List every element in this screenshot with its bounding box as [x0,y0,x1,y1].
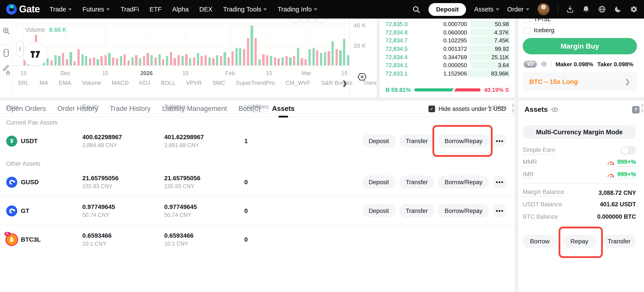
repay-button[interactable]: Repay [562,235,596,248]
time-axis-label[interactable]: 15 [182,70,188,76]
liabilities-value: 0 [244,236,298,243]
search-icon[interactable] [412,5,420,13]
indicator-ma[interactable]: MA [40,80,48,86]
bell-icon[interactable] [582,5,590,13]
transfer-button[interactable]: Transfer [602,235,636,248]
borrow-repay-button[interactable]: Borrow/Repay [438,204,489,217]
nav-item-futures[interactable]: Futures [82,6,110,13]
orderbook-row[interactable]: 72,835.00.00070050.98 [380,20,515,28]
tab-order-history[interactable]: Order History [57,105,98,113]
hide-small-checkbox[interactable] [428,105,435,112]
lock-icon[interactable] [5,70,13,78]
nav-item-dex[interactable]: DEX [200,6,213,13]
tab-trade-history[interactable]: Trade History [110,105,151,113]
position-selector[interactable]: BTC – 15x Long ❯ [523,72,637,91]
indicator-supertrendpro[interactable]: SuperTrendPro [236,80,275,86]
indicator-cm-wvf[interactable]: CM_WVF [286,80,310,86]
eye-icon[interactable] [551,106,559,113]
deposit-button[interactable]: Deposit [428,3,466,16]
magnet-icon[interactable] [2,49,10,57]
time-axis-label[interactable]: 15 [341,70,348,76]
margin-mode-button[interactable]: Multi-Currency Margin Mode [523,125,636,139]
borrow-button[interactable]: Borrow [523,235,557,248]
divider [523,183,636,184]
more-button[interactable]: ••• [493,175,507,189]
hide-small-assets[interactable]: Hide assets under 1 USD [428,105,506,112]
nav-item-trading-tools[interactable]: Trading Tools [223,6,267,13]
user-avatar[interactable] [537,3,550,15]
nav-item-etf[interactable]: ETF [150,6,162,13]
simple-earn-toggle[interactable] [620,146,636,155]
volume-bar [70,52,72,65]
gate-logo[interactable]: Gate [6,3,40,15]
collapse-toolbar-handle[interactable]: ❮ [17,41,24,57]
orderbook-row[interactable]: 72,834.70.1022957.45K [380,36,515,45]
deposit-button[interactable]: Deposit [362,134,396,147]
indicator-vpvr[interactable]: VPVR [186,80,202,86]
tpsl-checkbox[interactable] [524,18,530,23]
nav-item-tradfi[interactable]: TradFi [120,6,139,13]
indicator-srl[interactable]: SRL [18,80,29,86]
panel-scrollbar[interactable] [641,103,643,113]
time-axis-label[interactable]: 2026 [140,70,153,76]
borrow-repay-button[interactable]: Borrow/Repay [438,134,489,147]
tab-liability-management[interactable]: Liability Management [162,105,227,113]
indicator-kdj[interactable]: KDJ [139,80,150,86]
transfer-button[interactable]: Transfer [399,134,434,147]
mmr-label[interactable]: MMR [523,158,537,166]
margin-buy-button[interactable]: Margin Buy [523,38,637,54]
more-button[interactable]: ••• [493,204,507,217]
transfer-button[interactable]: Transfer [399,204,434,217]
indicator-trendlines-breaks[interactable]: Trendlines Breaks [363,80,377,86]
gear-icon[interactable] [630,5,638,13]
download-icon[interactable] [566,5,574,13]
usdt-icon: ₮ [6,136,17,146]
orderbook-row[interactable]: 72,834.50.00137299.92 [380,45,515,53]
indicators-more-chevron-icon[interactable]: ❯ [342,80,347,87]
indicator-ema[interactable]: EMA [59,80,71,86]
panel-scrollbar[interactable] [512,103,514,113]
zoom-in-icon[interactable] [2,27,10,35]
indicator-macd[interactable]: MACD [112,80,129,86]
borrow-repay-button[interactable]: Borrow/Repay [438,175,489,189]
indicator-boll[interactable]: BOLL [161,80,176,86]
nav-item-trade[interactable]: Trade [50,6,72,13]
globe-icon[interactable] [598,5,606,13]
orderbook-row[interactable]: 72,834.40.34476925.11K [380,53,515,61]
nav-item-label: Trade [50,6,66,13]
imr-label[interactable]: IMR [523,171,534,179]
time-axis-label[interactable]: 15 [20,70,26,76]
indicator-s-r-breaks[interactable]: S&R Breaks [321,80,352,86]
tab-assets[interactable]: Assets [272,105,294,113]
tab-bots-0[interactable]: Bots(0) [238,105,260,113]
orderbook-row[interactable]: 72,834.80.0600004.37K [380,28,515,36]
liabilities-value: 1 [244,137,298,145]
tab-open-orders[interactable]: Open Orders [6,105,46,113]
nav-item-trading-info[interactable]: Trading Info [278,6,318,13]
indicator-volume[interactable]: Volume [82,80,101,86]
nav-item-assets[interactable]: Assets [474,6,499,13]
imr-value[interactable]: 999+% [617,171,636,179]
transfer-button[interactable]: Transfer [399,175,434,189]
orderbook-row[interactable]: 72,833.11.15290683.96K [380,69,515,78]
nav-item-order[interactable]: Order [507,6,529,13]
margin-balance-label[interactable]: Margin Balance [523,189,564,197]
info-icon[interactable] [541,61,547,67]
orderbook-row[interactable]: 72,834.10.0000503.64 [380,61,515,69]
volume-legend[interactable]: Volume 8.66 K [25,26,66,33]
moon-icon[interactable] [614,5,622,13]
indicator-smc[interactable]: SMC [212,80,225,86]
simple-earn-label[interactable]: Simple Earn [523,146,555,154]
time-axis-label[interactable]: 15 [102,70,108,76]
deposit-button[interactable]: Deposit [362,175,396,189]
time-axis-label[interactable]: 15 [266,70,272,76]
deposit-button[interactable]: Deposit [362,204,396,217]
time-axis-label[interactable]: Dec [61,70,70,76]
iceberg-checkbox[interactable] [524,27,530,34]
time-axis-label[interactable]: Feb [225,70,235,76]
nav-item-alpha[interactable]: Alpha [172,6,188,13]
help-icon[interactable]: ? [632,106,640,113]
mmr-value[interactable]: 999+% [617,158,636,166]
more-button[interactable]: ••• [493,134,507,147]
time-axis-label[interactable]: Mar [302,70,311,76]
